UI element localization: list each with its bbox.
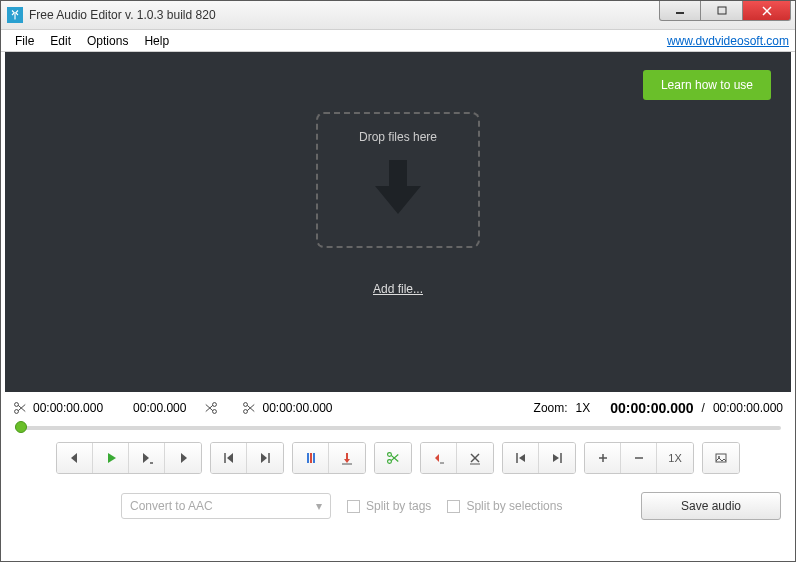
svg-line-11 (206, 405, 213, 411)
time-separator: / (702, 401, 705, 415)
zoom-in-button[interactable] (585, 443, 621, 473)
svg-point-9 (213, 410, 217, 414)
split-tags-checkbox[interactable]: Split by tags (347, 499, 431, 513)
skip-start-button[interactable] (211, 443, 247, 473)
marker-down-button[interactable] (329, 443, 365, 473)
save-audio-button[interactable]: Save audio (641, 492, 781, 520)
app-icon (7, 7, 23, 23)
split-selections-label: Split by selections (466, 499, 562, 513)
svg-line-6 (18, 405, 25, 411)
toolbar: 1X (1, 440, 795, 484)
zoom-label: Zoom: (534, 401, 568, 415)
checkbox-icon (447, 500, 460, 513)
svg-point-13 (244, 410, 248, 414)
drop-zone[interactable]: Drop files here (316, 112, 480, 248)
scissors-end-icon (242, 401, 256, 415)
svg-rect-37 (716, 454, 726, 462)
pause-markers-button[interactable] (293, 443, 329, 473)
maximize-button[interactable] (701, 1, 743, 21)
total-time: 00:00:00.000 (713, 401, 783, 415)
image-button[interactable] (703, 443, 739, 473)
seek-slider-row (1, 420, 795, 440)
svg-line-27 (391, 455, 398, 461)
cut-button[interactable] (375, 443, 411, 473)
svg-line-26 (391, 455, 398, 461)
add-file-link[interactable]: Add file... (373, 282, 423, 296)
svg-point-8 (213, 403, 217, 407)
split-tags-label: Split by tags (366, 499, 431, 513)
svg-line-10 (206, 405, 213, 411)
seek-thumb[interactable] (15, 421, 27, 433)
svg-point-24 (388, 453, 392, 457)
svg-point-12 (244, 403, 248, 407)
svg-line-15 (248, 405, 255, 411)
close-button[interactable] (743, 1, 791, 21)
waveform-area: Learn how to use Drop files here Add fil… (5, 52, 791, 392)
footer: Convert to AAC ▾ Split by tags Split by … (1, 484, 795, 532)
end-time: 00:00:00.000 (262, 401, 332, 415)
speed-button[interactable]: 1X (657, 443, 693, 473)
svg-point-4 (15, 403, 19, 407)
down-arrow-icon (371, 156, 425, 224)
menu-options[interactable]: Options (79, 32, 136, 50)
start-time: 00:00:00.000 (33, 401, 103, 415)
learn-button[interactable]: Learn how to use (643, 70, 771, 100)
next-button[interactable] (165, 443, 201, 473)
menubar: File Edit Options Help www.dvdvideosoft.… (1, 30, 795, 52)
svg-point-5 (15, 410, 19, 414)
timecode-bar: 00:00:00.000 00:00.000 00:00:00.000 Zoom… (1, 392, 795, 420)
zoom-out-button[interactable] (621, 443, 657, 473)
scissors-start-icon (13, 401, 27, 415)
svg-rect-1 (718, 7, 726, 14)
svg-line-7 (18, 405, 25, 411)
drop-label: Drop files here (359, 130, 437, 144)
titlebar: Free Audio Editor v. 1.0.3 build 820 (1, 1, 795, 30)
menu-help[interactable]: Help (136, 32, 177, 50)
play-selection-button[interactable] (129, 443, 165, 473)
split-selections-checkbox[interactable]: Split by selections (447, 499, 562, 513)
convert-value: Convert to AAC (130, 499, 316, 513)
checkbox-icon (347, 500, 360, 513)
range-time: 00:00.000 (133, 401, 186, 415)
window-title: Free Audio Editor v. 1.0.3 build 820 (29, 8, 216, 22)
website-link[interactable]: www.dvdvideosoft.com (667, 34, 789, 48)
delete-button[interactable] (457, 443, 493, 473)
play-button[interactable] (93, 443, 129, 473)
skip-end-button[interactable] (247, 443, 283, 473)
app-window: Free Audio Editor v. 1.0.3 build 820 Fil… (0, 0, 796, 562)
menu-file[interactable]: File (7, 32, 42, 50)
zoom-value: 1X (576, 401, 591, 415)
goto-start-button[interactable] (503, 443, 539, 473)
window-controls (659, 9, 795, 21)
current-time: 00:00:00.000 (610, 400, 693, 416)
svg-point-25 (388, 460, 392, 464)
convert-select[interactable]: Convert to AAC ▾ (121, 493, 331, 519)
chevron-down-icon: ▾ (316, 499, 322, 513)
prev-button[interactable] (57, 443, 93, 473)
scissors-range-end-icon (204, 401, 218, 415)
svg-line-14 (248, 405, 255, 411)
minimize-button[interactable] (659, 1, 701, 21)
goto-end-button[interactable] (539, 443, 575, 473)
menu-edit[interactable]: Edit (42, 32, 79, 50)
undo-button[interactable] (421, 443, 457, 473)
seek-slider[interactable] (15, 426, 781, 430)
